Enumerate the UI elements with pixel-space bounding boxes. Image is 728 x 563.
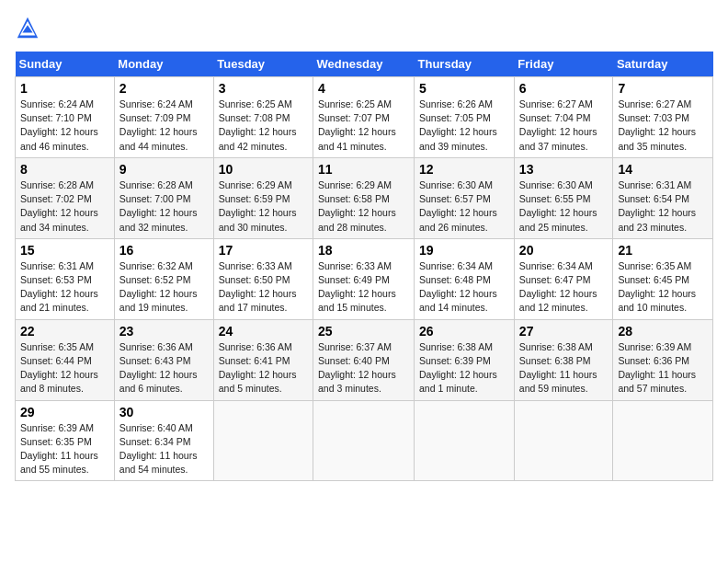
cell-day-number: 27 [519,324,609,339]
calendar-week-row: 29Sunrise: 6:39 AMSunset: 6:35 PMDayligh… [16,400,713,481]
calendar-cell: 20Sunrise: 6:34 AMSunset: 6:47 PMDayligh… [514,238,613,319]
calendar-cell: 5Sunrise: 6:26 AMSunset: 7:05 PMDaylight… [415,77,515,158]
calendar-cell [613,400,713,481]
cell-sun-info: Sunrise: 6:28 AMSunset: 7:02 PMDaylight:… [20,178,109,235]
calendar-cell: 14Sunrise: 6:31 AMSunset: 6:54 PMDayligh… [613,157,713,238]
cell-sun-info: Sunrise: 6:28 AMSunset: 7:00 PMDaylight:… [119,178,209,235]
cell-sun-info: Sunrise: 6:40 AMSunset: 6:34 PMDaylight:… [119,421,209,477]
cell-sun-info: Sunrise: 6:37 AMSunset: 6:40 PMDaylight:… [318,340,409,396]
cell-sun-info: Sunrise: 6:32 AMSunset: 6:52 PMDaylight:… [119,259,209,316]
cell-sun-info: Sunrise: 6:29 AMSunset: 6:59 PMDaylight:… [219,178,308,235]
weekday-header-cell: Thursday [415,52,515,77]
cell-sun-info: Sunrise: 6:38 AMSunset: 6:38 PMDaylight:… [519,340,609,396]
calendar-cell: 15Sunrise: 6:31 AMSunset: 6:53 PMDayligh… [16,238,115,319]
calendar-cell: 28Sunrise: 6:39 AMSunset: 6:36 PMDayligh… [613,319,713,400]
cell-day-number: 18 [318,243,409,258]
weekday-header-cell: Friday [514,52,613,77]
cell-sun-info: Sunrise: 6:35 AMSunset: 6:44 PMDaylight:… [20,340,109,396]
cell-sun-info: Sunrise: 6:35 AMSunset: 6:45 PMDaylight:… [618,259,708,316]
cell-day-number: 3 [219,81,308,96]
calendar-cell: 30Sunrise: 6:40 AMSunset: 6:34 PMDayligh… [114,400,213,481]
calendar-week-row: 15Sunrise: 6:31 AMSunset: 6:53 PMDayligh… [16,238,713,319]
calendar-week-row: 1Sunrise: 6:24 AMSunset: 7:10 PMDaylight… [16,77,713,158]
calendar-cell: 26Sunrise: 6:38 AMSunset: 6:39 PMDayligh… [415,319,515,400]
cell-day-number: 5 [419,81,509,96]
cell-sun-info: Sunrise: 6:33 AMSunset: 6:50 PMDaylight:… [219,259,308,316]
calendar-body: 1Sunrise: 6:24 AMSunset: 7:10 PMDaylight… [16,77,713,481]
cell-day-number: 9 [119,162,209,177]
cell-day-number: 16 [119,243,209,258]
cell-day-number: 29 [20,405,109,419]
cell-day-number: 20 [519,243,609,258]
calendar-cell: 12Sunrise: 6:30 AMSunset: 6:57 PMDayligh… [415,157,515,238]
cell-day-number: 25 [318,324,409,339]
calendar-cell: 18Sunrise: 6:33 AMSunset: 6:49 PMDayligh… [313,238,415,319]
calendar-cell: 4Sunrise: 6:25 AMSunset: 7:07 PMDaylight… [313,77,415,158]
cell-sun-info: Sunrise: 6:27 AMSunset: 7:04 PMDaylight:… [519,98,609,154]
calendar-week-row: 8Sunrise: 6:28 AMSunset: 7:02 PMDaylight… [16,157,713,238]
calendar-cell [213,400,313,481]
cell-day-number: 14 [618,162,708,177]
page-header [15,15,713,40]
calendar-cell: 21Sunrise: 6:35 AMSunset: 6:45 PMDayligh… [613,238,713,319]
calendar-week-row: 22Sunrise: 6:35 AMSunset: 6:44 PMDayligh… [16,319,713,400]
cell-day-number: 21 [618,243,708,258]
cell-day-number: 28 [618,324,708,339]
cell-sun-info: Sunrise: 6:30 AMSunset: 6:57 PMDaylight:… [419,178,509,235]
weekday-header-cell: Monday [114,52,213,77]
cell-day-number: 10 [219,162,308,177]
weekday-header-cell: Sunday [16,52,115,77]
cell-sun-info: Sunrise: 6:26 AMSunset: 7:05 PMDaylight:… [419,98,509,154]
calendar-cell: 10Sunrise: 6:29 AMSunset: 6:59 PMDayligh… [213,157,313,238]
weekday-header-cell: Wednesday [313,52,415,77]
calendar-cell: 7Sunrise: 6:27 AMSunset: 7:03 PMDaylight… [613,77,713,158]
calendar-cell: 27Sunrise: 6:38 AMSunset: 6:38 PMDayligh… [514,319,613,400]
cell-sun-info: Sunrise: 6:27 AMSunset: 7:03 PMDaylight:… [618,98,708,154]
calendar-cell: 23Sunrise: 6:36 AMSunset: 6:43 PMDayligh… [114,319,213,400]
cell-day-number: 1 [20,81,109,96]
calendar-cell: 17Sunrise: 6:33 AMSunset: 6:50 PMDayligh… [213,238,313,319]
cell-sun-info: Sunrise: 6:30 AMSunset: 6:55 PMDaylight:… [519,178,609,235]
cell-sun-info: Sunrise: 6:24 AMSunset: 7:09 PMDaylight:… [119,98,209,154]
cell-sun-info: Sunrise: 6:25 AMSunset: 7:08 PMDaylight:… [219,98,308,154]
cell-day-number: 23 [119,324,209,339]
cell-sun-info: Sunrise: 6:38 AMSunset: 6:39 PMDaylight:… [419,340,509,396]
cell-day-number: 4 [318,81,409,96]
cell-day-number: 30 [119,405,209,419]
cell-day-number: 26 [419,324,509,339]
calendar-cell: 3Sunrise: 6:25 AMSunset: 7:08 PMDaylight… [213,77,313,158]
cell-sun-info: Sunrise: 6:24 AMSunset: 7:10 PMDaylight:… [20,98,109,154]
cell-day-number: 24 [219,324,308,339]
weekday-header-cell: Saturday [613,52,713,77]
calendar-cell: 11Sunrise: 6:29 AMSunset: 6:58 PMDayligh… [313,157,415,238]
cell-day-number: 11 [318,162,409,177]
cell-day-number: 2 [119,81,209,96]
calendar-cell [313,400,415,481]
cell-sun-info: Sunrise: 6:34 AMSunset: 6:47 PMDaylight:… [519,259,609,316]
cell-sun-info: Sunrise: 6:29 AMSunset: 6:58 PMDaylight:… [318,178,409,235]
weekday-header-cell: Tuesday [213,52,313,77]
cell-sun-info: Sunrise: 6:33 AMSunset: 6:49 PMDaylight:… [318,259,409,316]
cell-sun-info: Sunrise: 6:39 AMSunset: 6:35 PMDaylight:… [20,421,109,477]
calendar-cell: 22Sunrise: 6:35 AMSunset: 6:44 PMDayligh… [16,319,115,400]
logo-icon [15,15,40,40]
calendar-cell: 2Sunrise: 6:24 AMSunset: 7:09 PMDaylight… [114,77,213,158]
logo [15,15,44,40]
calendar-cell: 25Sunrise: 6:37 AMSunset: 6:40 PMDayligh… [313,319,415,400]
cell-day-number: 15 [20,243,109,258]
calendar-cell [415,400,515,481]
cell-day-number: 22 [20,324,109,339]
cell-sun-info: Sunrise: 6:25 AMSunset: 7:07 PMDaylight:… [318,98,409,154]
cell-sun-info: Sunrise: 6:34 AMSunset: 6:48 PMDaylight:… [419,259,509,316]
cell-sun-info: Sunrise: 6:39 AMSunset: 6:36 PMDaylight:… [618,340,708,396]
calendar-cell: 1Sunrise: 6:24 AMSunset: 7:10 PMDaylight… [16,77,115,158]
calendar-table: SundayMondayTuesdayWednesdayThursdayFrid… [15,52,713,481]
calendar-cell [514,400,613,481]
calendar-cell: 6Sunrise: 6:27 AMSunset: 7:04 PMDaylight… [514,77,613,158]
cell-day-number: 13 [519,162,609,177]
calendar-cell: 13Sunrise: 6:30 AMSunset: 6:55 PMDayligh… [514,157,613,238]
cell-day-number: 12 [419,162,509,177]
cell-sun-info: Sunrise: 6:36 AMSunset: 6:41 PMDaylight:… [219,340,308,396]
calendar-cell: 9Sunrise: 6:28 AMSunset: 7:00 PMDaylight… [114,157,213,238]
calendar-cell: 8Sunrise: 6:28 AMSunset: 7:02 PMDaylight… [16,157,115,238]
